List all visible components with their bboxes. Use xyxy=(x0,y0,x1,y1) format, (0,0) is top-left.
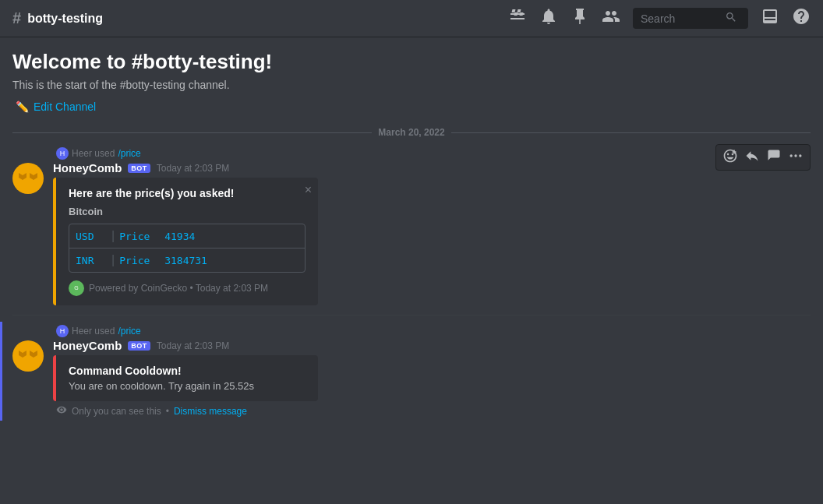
embed-card-cooldown: Command Cooldown! You are on cooldown. T… xyxy=(53,355,318,401)
welcome-subtitle: This is the start of the #botty-testing … xyxy=(12,79,811,91)
ephemeral-text: Only you can see this xyxy=(72,406,161,417)
edit-channel-label: Edit Channel xyxy=(34,100,96,113)
price-table: USD | Price 41934 INR | Price 3184731 xyxy=(69,224,306,273)
timestamp-2: Today at 2:03 PM xyxy=(157,340,229,351)
embed-footer-1: G Powered by CoinGecko • Today at 2:03 P… xyxy=(69,280,306,296)
search-input[interactable] xyxy=(641,12,719,25)
user-used-text-1: Heer used xyxy=(72,148,115,159)
channel-header: # botty-testing xyxy=(12,9,508,27)
embed-subtitle-1: Bitcoin xyxy=(69,206,306,217)
user-mini-avatar-2: H xyxy=(56,325,69,337)
message-content-1: HoneyComb BOT Today at 2:03 PM × Here ar… xyxy=(53,161,811,305)
welcome-section: Welcome to #botty-testing! This is the s… xyxy=(0,37,823,121)
members-icon[interactable] xyxy=(602,7,620,30)
bot-badge-1: BOT xyxy=(128,164,150,173)
date-text: March 20, 2022 xyxy=(378,127,444,138)
timestamp-1: Today at 2:03 PM xyxy=(157,163,229,174)
eye-icon xyxy=(56,404,67,418)
command-name-2: /price xyxy=(118,326,140,337)
message-group-2: H Heer used /price HoneyComb BOT Today a… xyxy=(0,322,823,421)
separator xyxy=(12,315,811,315)
hash-threads-icon[interactable] xyxy=(508,7,527,30)
bot-name-2: HoneyComb xyxy=(53,339,122,352)
search-icon xyxy=(725,11,737,26)
bot-badge-2: BOT xyxy=(128,341,150,351)
command-name-1: /price xyxy=(118,148,140,159)
svg-point-2 xyxy=(790,154,793,157)
value-inr: 3184731 xyxy=(164,255,207,266)
inbox-icon[interactable] xyxy=(761,7,779,30)
user-mini-avatar-1: H xyxy=(56,147,69,160)
ephemeral-separator: • xyxy=(166,406,169,417)
search-bar[interactable] xyxy=(633,8,748,29)
message-row-1: HoneyComb BOT Today at 2:03 PM × Here ar… xyxy=(12,161,811,305)
divider-line-left xyxy=(12,132,372,133)
message-content-2: HoneyComb BOT Today at 2:03 PM Command C… xyxy=(53,339,811,401)
separator-2: | xyxy=(111,253,115,267)
message-header-1: HoneyComb BOT Today at 2:03 PM xyxy=(53,161,811,174)
main-content: Welcome to #botty-testing! This is the s… xyxy=(0,37,823,504)
message-header-2: HoneyComb BOT Today at 2:03 PM xyxy=(53,339,811,352)
welcome-title: Welcome to #botty-testing! xyxy=(12,50,811,74)
message-row-2: HoneyComb BOT Today at 2:03 PM Command C… xyxy=(12,339,811,401)
edit-channel-button[interactable]: ✏️ Edit Channel xyxy=(12,99,99,115)
embed-title-1: Here are the price(s) you asked! xyxy=(69,187,306,199)
price-row-inr: INR | Price 3184731 xyxy=(69,248,305,272)
help-icon[interactable] xyxy=(792,7,811,30)
message-group-1: H Heer used /price HoneyComb BOT T xyxy=(0,144,823,308)
embed-card-1: × Here are the price(s) you asked! Bitco… xyxy=(53,178,318,305)
bot-avatar-1 xyxy=(12,163,44,194)
user-used-text-2: Heer used xyxy=(72,326,115,337)
currency-usd: USD xyxy=(76,231,107,242)
bot-name-1: HoneyComb xyxy=(53,161,122,174)
divider-line-right xyxy=(451,132,811,133)
label-price-1: Price xyxy=(119,231,158,242)
svg-point-4 xyxy=(799,154,801,157)
pencil-icon: ✏️ xyxy=(16,100,29,113)
svg-text:G: G xyxy=(74,285,78,291)
bot-avatar-2 xyxy=(12,340,44,372)
command-used-1: H Heer used /price xyxy=(56,147,811,160)
cooldown-text: You are on cooldown. Try again in 25.52s xyxy=(69,380,306,392)
currency-inr: INR xyxy=(76,255,107,266)
ephemeral-notice: Only you can see this • Dismiss message xyxy=(56,404,811,418)
dismiss-message-link[interactable]: Dismiss message xyxy=(174,406,247,417)
topbar: # botty-testing xyxy=(0,0,823,37)
coingecko-icon: G xyxy=(69,280,84,296)
footer-text-1: Powered by CoinGecko • Today at 2:03 PM xyxy=(89,283,268,294)
price-row-usd: USD | Price 41934 xyxy=(69,224,305,248)
hash-icon: # xyxy=(12,9,21,27)
command-used-2: H Heer used /price xyxy=(56,325,811,337)
separator-1: | xyxy=(111,229,115,243)
value-usd: 41934 xyxy=(164,231,195,242)
channel-name: botty-testing xyxy=(27,12,103,26)
cooldown-title: Command Cooldown! xyxy=(69,365,306,377)
svg-point-3 xyxy=(794,154,797,157)
topbar-actions xyxy=(508,7,811,30)
pin-icon[interactable] xyxy=(570,7,589,30)
bell-icon[interactable] xyxy=(539,7,558,30)
label-price-2: Price xyxy=(119,255,158,266)
close-embed-button[interactable]: × xyxy=(305,184,312,196)
date-divider: March 20, 2022 xyxy=(0,121,823,144)
